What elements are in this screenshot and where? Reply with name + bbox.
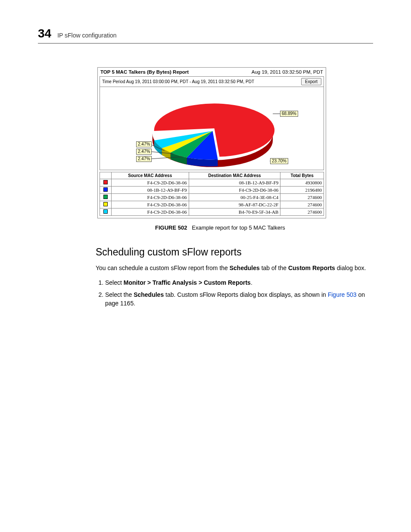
table-row: F4-C9-2D-D6-38-0698-AF-87-DC-22-2F274600	[100, 201, 324, 208]
table-row: 08-1B-12-A9-BF-F9F4-C9-2D-D6-38-06219648…	[100, 187, 324, 194]
figure-label: FIGURE 502	[155, 224, 187, 231]
chart-label: 2.47%	[136, 141, 152, 147]
chapter-number: 34	[38, 27, 51, 40]
dst-mac: F4-C9-2D-D6-38-06	[189, 187, 280, 194]
total-bytes: 274600	[280, 201, 324, 208]
color-swatch	[103, 202, 108, 206]
dst-mac: 00-25-F4-3E-08-C4	[189, 194, 280, 201]
src-mac: F4-C9-2D-D6-38-06	[112, 201, 189, 208]
text-bold: Schedules	[230, 264, 260, 271]
col-bytes: Total Bytes	[280, 172, 324, 179]
text: tab. Custom sFlow Reports dialog box dis…	[164, 291, 328, 298]
dst-mac: 08-1B-12-A9-BF-F9	[189, 179, 280, 187]
chart-label: 68.89%	[280, 111, 298, 117]
chart-label: 2.47%	[136, 156, 152, 162]
list-item: Select Monitor > Traffic Analysis > Cust…	[105, 278, 373, 287]
pie-chart: 68.89% 23.70% 2.47% 2.47% 2.47%	[100, 87, 324, 170]
src-mac: F4-C9-2D-D6-38-06	[112, 179, 189, 187]
text-bold: Schedules	[134, 291, 164, 298]
table-row: F4-C9-2D-D6-38-0600-25-F4-3E-08-C4274600	[100, 194, 324, 201]
header-title: IP sFlow configuration	[57, 32, 116, 40]
chart-label: 2.47%	[136, 149, 152, 155]
dst-mac: 98-AF-87-DC-22-2F	[189, 201, 280, 208]
text: tab of the	[260, 264, 288, 271]
table-header-row: Source MAC Address Destination MAC Addre…	[100, 172, 324, 179]
src-mac: F4-C9-2D-D6-38-06	[112, 208, 189, 216]
text: Select the	[105, 291, 134, 298]
report-period: Time Period Aug 19, 2011 03:00:00 PM, PD…	[102, 79, 254, 84]
steps-list: Select Monitor > Traffic Analysis > Cust…	[96, 278, 373, 308]
page-header: 34 IP sFlow configuration	[38, 27, 373, 40]
total-bytes: 4930800	[280, 179, 324, 187]
text: .	[251, 279, 252, 286]
report-screenshot: TOP 5 MAC Talkers (By Bytes) Report Aug …	[97, 67, 326, 218]
text: Select	[105, 279, 124, 286]
text: dialog box.	[335, 264, 366, 271]
dst-mac: B4-70-E9-5F-34-AB	[189, 208, 280, 216]
color-swatch	[103, 187, 108, 192]
figure-link[interactable]: Figure 503	[328, 291, 357, 298]
color-swatch	[103, 180, 108, 184]
list-item: Select the Schedules tab. Custom sFlow R…	[105, 290, 373, 308]
chart-label: 23.70%	[270, 158, 288, 164]
intro-paragraph: You can schedule a custom sFlow report f…	[96, 264, 369, 272]
color-swatch	[103, 195, 108, 199]
src-mac: 08-1B-12-A9-BF-F9	[112, 187, 189, 194]
table-row: F4-C9-2D-D6-38-0608-1B-12-A9-BF-F9493080…	[100, 179, 324, 187]
data-table: Source MAC Address Destination MAC Addre…	[100, 172, 324, 216]
report-timestamp: Aug 19, 2011 03:32:50 PM, PDT	[252, 69, 323, 75]
report-title: TOP 5 MAC Talkers (By Bytes) Report	[100, 69, 189, 75]
table-row: F4-C9-2D-D6-38-06B4-70-E9-5F-34-AB274600	[100, 208, 324, 216]
export-button[interactable]: Export	[301, 78, 321, 85]
col-dst: Destination MAC Address	[189, 172, 280, 179]
src-mac: F4-C9-2D-D6-38-06	[112, 194, 189, 201]
total-bytes: 274600	[280, 208, 324, 216]
divider	[38, 43, 373, 44]
total-bytes: 274600	[280, 194, 324, 201]
section-heading: Scheduling custom sFlow reports	[96, 246, 373, 258]
total-bytes: 2196480	[280, 187, 324, 194]
figure-text: Example report for top 5 MAC Talkers	[192, 224, 285, 231]
color-swatch	[103, 209, 108, 214]
figure-caption: FIGURE 502 Example report for top 5 MAC …	[155, 224, 373, 231]
col-src: Source MAC Address	[112, 172, 189, 179]
text-bold: Custom Reports	[288, 264, 335, 271]
text-bold: Monitor > Traffic Analysis > Custom Repo…	[124, 279, 251, 286]
text: You can schedule a custom sFlow report f…	[96, 264, 230, 271]
